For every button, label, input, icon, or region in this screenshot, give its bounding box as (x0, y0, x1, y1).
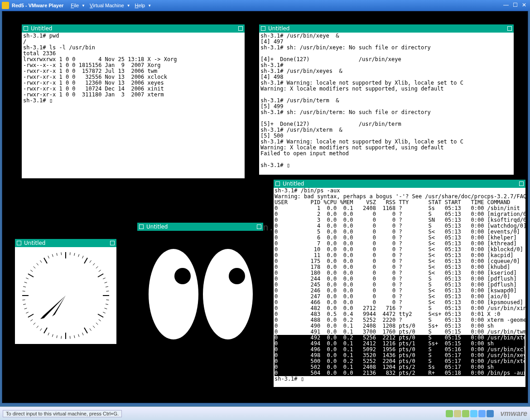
svg-line-59 (61, 253, 62, 255)
xclock-titlebar[interactable]: Untitled (15, 239, 116, 247)
sound-icon[interactable] (487, 410, 494, 417)
close-button[interactable]: ✕ (520, 2, 528, 9)
svg-line-46 (23, 291, 25, 291)
xterm1-titlebar[interactable]: Untitled (22, 24, 245, 33)
svg-line-14 (106, 291, 109, 291)
svg-line-54 (40, 260, 42, 262)
xeyes-title: Untitled (146, 224, 168, 230)
xeyes-titlebar[interactable]: Untitled (137, 223, 263, 231)
svg-line-32 (57, 335, 57, 338)
svg-point-62 (149, 249, 198, 339)
svg-line-1 (70, 253, 70, 255)
xclock-face (15, 247, 116, 344)
svg-line-18 (105, 308, 107, 309)
usb-icon[interactable] (478, 410, 486, 417)
xclock-title: Untitled (24, 240, 45, 246)
svg-line-23 (93, 326, 95, 328)
xterm1-menu-icon[interactable] (24, 26, 28, 31)
svg-line-28 (74, 335, 75, 338)
svg-line-57 (52, 254, 53, 257)
svg-line-48 (24, 282, 27, 283)
svg-line-44 (23, 300, 25, 300)
xterm3-iconify-icon[interactable] (519, 181, 524, 186)
svg-line-26 (82, 333, 83, 335)
svg-line-43 (23, 304, 26, 305)
svg-line-17 (106, 304, 108, 305)
guest-display[interactable]: http://blog.csdn.net/u011 Untitled sh-3.… (2, 11, 528, 403)
svg-line-41 (26, 312, 28, 313)
svg-line-6 (90, 260, 92, 262)
svg-line-12 (105, 282, 107, 283)
svg-line-11 (103, 278, 105, 279)
svg-line-37 (37, 326, 39, 328)
svg-line-21 (99, 320, 101, 321)
xterm2-title: Untitled (268, 25, 289, 32)
svg-line-35 (44, 328, 47, 333)
svg-line-58 (57, 253, 57, 256)
xeyes-canvas (137, 231, 263, 362)
svg-line-22 (96, 323, 98, 325)
svg-line-7 (93, 263, 95, 265)
svg-line-2 (74, 253, 75, 256)
svg-line-34 (48, 333, 49, 335)
xterm2-iconify-icon[interactable] (507, 26, 512, 31)
xclock-menu-icon[interactable] (17, 241, 21, 245)
svg-line-47 (23, 286, 26, 287)
xterm3-titlebar[interactable]: Untitled (274, 180, 525, 188)
xeyes-menu-icon[interactable] (139, 224, 144, 229)
minimize-button[interactable]: — (502, 2, 510, 9)
svg-line-36 (40, 329, 42, 331)
xterm3-content[interactable]: sh-3.1# /bin/ps -aux Warning: bad syntax… (274, 188, 525, 387)
svg-line-55 (44, 258, 47, 263)
svg-line-40 (28, 314, 34, 317)
svg-line-52 (34, 267, 35, 268)
svg-line-10 (98, 274, 103, 277)
xterm3-title: Untitled (283, 181, 304, 187)
xeyes-iconify-icon[interactable] (257, 224, 261, 229)
svg-line-29 (70, 336, 70, 339)
svg-line-3 (78, 254, 79, 257)
vmware-brand: vmware (500, 410, 527, 418)
xterm1-iconify-icon[interactable] (238, 26, 243, 31)
svg-line-19 (103, 312, 105, 313)
svg-line-25 (84, 328, 87, 333)
svg-line-5 (84, 258, 87, 263)
vmware-icon (2, 2, 9, 9)
svg-line-56 (48, 256, 49, 258)
svg-line-38 (34, 323, 35, 325)
floppy-icon[interactable] (462, 410, 469, 417)
svg-line-39 (30, 320, 33, 321)
svg-line-16 (106, 300, 109, 300)
svg-line-33 (52, 334, 53, 337)
menu-virtual-machine[interactable]: Virtual Machine (90, 3, 124, 8)
svg-point-64 (174, 268, 191, 284)
svg-point-65 (229, 268, 245, 284)
svg-line-4 (82, 256, 83, 258)
svg-line-20 (98, 314, 103, 317)
svg-line-53 (37, 263, 39, 265)
svg-line-24 (90, 329, 92, 331)
xterm1-title: Untitled (31, 25, 52, 32)
xclock-iconify-icon[interactable] (110, 241, 115, 245)
hdd-icon[interactable] (446, 410, 453, 417)
svg-line-31 (61, 336, 62, 339)
xterm2-titlebar[interactable]: Untitled (259, 24, 514, 33)
window-title: Red5 - VMware Player (12, 3, 63, 8)
device-tray: vmware (446, 410, 527, 418)
xterm2-menu-icon[interactable] (261, 26, 265, 31)
svg-line-27 (78, 334, 79, 337)
svg-line-8 (96, 267, 98, 268)
xterm2-content[interactable]: sh-3.1# /usr/bin/xeye & [4] 497 sh-3.1# … (259, 33, 514, 175)
svg-line-49 (26, 278, 28, 279)
menu-file[interactable]: File (71, 3, 79, 8)
svg-line-13 (106, 286, 108, 287)
vmware-titlebar: Red5 - VMware Player File▼ Virtual Machi… (0, 0, 530, 11)
vmware-statusbar: To direct input to this virtual machine,… (0, 406, 530, 420)
xterm1-content[interactable]: sh-3.1# pwd / sh-3.1# ls -l /usr/bin tot… (22, 33, 245, 178)
menu-help[interactable]: Help (135, 3, 145, 8)
cdrom-icon[interactable] (454, 410, 461, 417)
xterm3-menu-icon[interactable] (275, 181, 280, 186)
maximize-button[interactable]: ☐ (511, 2, 519, 9)
svg-line-9 (99, 270, 101, 272)
network-icon[interactable] (470, 410, 477, 417)
